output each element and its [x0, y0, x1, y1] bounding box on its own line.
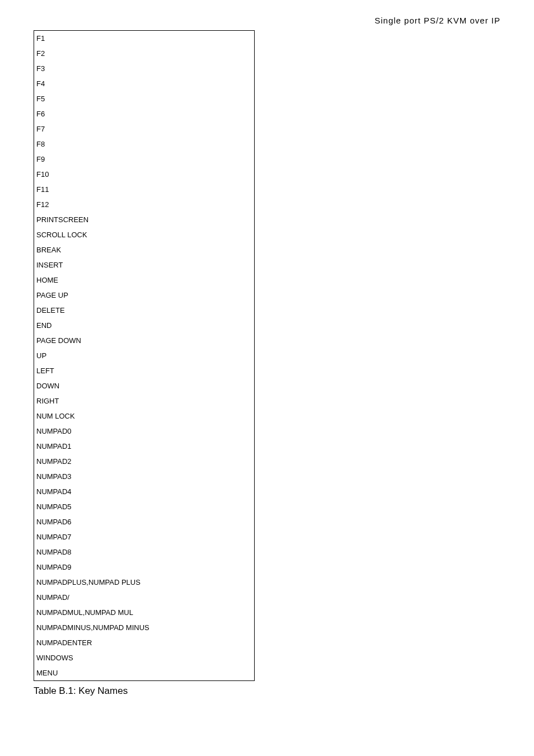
key-cell: NUM LOCK [34, 408, 255, 424]
key-cell: DOWN [34, 378, 255, 393]
key-cell: F2 [34, 46, 255, 61]
key-cell: SCROLL LOCK [34, 227, 255, 242]
table-row: NUM LOCK [34, 408, 255, 424]
content-area: F1 F2 F3 F4 F5 F6 F7 F8 F9 F10 F11 F12 P… [34, 30, 500, 697]
table-row: MENU [34, 665, 255, 681]
table-row: UP [34, 348, 255, 363]
page-header: Single port PS/2 KVM over IP [374, 16, 500, 25]
key-names-table: F1 F2 F3 F4 F5 F6 F7 F8 F9 F10 F11 F12 P… [34, 30, 255, 681]
table-row: PAGE UP [34, 288, 255, 303]
key-cell: NUMPADENTER [34, 635, 255, 650]
table-row: F11 [34, 182, 255, 197]
table-row: INSERT [34, 257, 255, 273]
key-cell: NUMPAD8 [34, 544, 255, 560]
table-row: F4 [34, 76, 255, 91]
table-row: NUMPADMUL,NUMPAD MUL [34, 605, 255, 620]
key-cell: F1 [34, 31, 255, 46]
table-row: NUMPAD1 [34, 439, 255, 454]
table-row: BREAK [34, 242, 255, 257]
table-row: F9 [34, 152, 255, 167]
table-row: NUMPAD/ [34, 590, 255, 605]
key-cell: F9 [34, 152, 255, 167]
key-cell: BREAK [34, 242, 255, 257]
key-cell: NUMPADMINUS,NUMPAD MINUS [34, 620, 255, 635]
table-row: LEFT [34, 363, 255, 378]
key-cell: NUMPAD1 [34, 439, 255, 454]
key-cell: NUMPAD4 [34, 484, 255, 499]
table-row: NUMPAD5 [34, 499, 255, 514]
key-cell: RIGHT [34, 393, 255, 408]
key-cell: NUMPAD9 [34, 560, 255, 575]
table-row: NUMPAD9 [34, 560, 255, 575]
key-cell: NUMPAD/ [34, 590, 255, 605]
key-cell: NUMPAD5 [34, 499, 255, 514]
table-row: F3 [34, 61, 255, 76]
table-row: NUMPAD8 [34, 544, 255, 560]
key-cell: INSERT [34, 257, 255, 273]
table-row: WINDOWS [34, 650, 255, 665]
key-cell: PRINTSCREEN [34, 212, 255, 227]
table-row: F10 [34, 167, 255, 182]
key-cell: F6 [34, 106, 255, 121]
table-row: NUMPADMINUS,NUMPAD MINUS [34, 620, 255, 635]
table-row: SCROLL LOCK [34, 227, 255, 242]
key-cell: NUMPAD2 [34, 454, 255, 469]
table-row: END [34, 318, 255, 333]
key-cell: PAGE UP [34, 288, 255, 303]
table-row: F7 [34, 121, 255, 137]
key-cell: WINDOWS [34, 650, 255, 665]
table-row: DOWN [34, 378, 255, 393]
table-row: NUMPAD3 [34, 469, 255, 484]
table-row: NUMPAD6 [34, 514, 255, 529]
key-cell: HOME [34, 273, 255, 288]
key-cell: DELETE [34, 303, 255, 318]
table-row: NUMPAD7 [34, 529, 255, 544]
key-cell: F3 [34, 61, 255, 76]
key-cell: LEFT [34, 363, 255, 378]
key-cell: F4 [34, 76, 255, 91]
key-cell: F8 [34, 137, 255, 152]
table-row: HOME [34, 273, 255, 288]
table-row: NUMPAD4 [34, 484, 255, 499]
key-cell: NUMPAD6 [34, 514, 255, 529]
table-row: F5 [34, 91, 255, 106]
table-row: PRINTSCREEN [34, 212, 255, 227]
key-cell: F5 [34, 91, 255, 106]
key-cell: PAGE DOWN [34, 333, 255, 348]
table-row: F6 [34, 106, 255, 121]
key-cell: NUMPAD7 [34, 529, 255, 544]
key-cell: NUMPAD0 [34, 424, 255, 439]
table-row: DELETE [34, 303, 255, 318]
table-caption: Table B.1: Key Names [34, 685, 500, 697]
key-cell: F7 [34, 121, 255, 137]
table-row: F1 [34, 31, 255, 46]
key-cell: F10 [34, 167, 255, 182]
key-cell: MENU [34, 665, 255, 681]
table-row: F12 [34, 197, 255, 212]
key-cell: UP [34, 348, 255, 363]
table-row: NUMPADPLUS,NUMPAD PLUS [34, 575, 255, 590]
key-cell: F11 [34, 182, 255, 197]
key-cell: NUMPAD3 [34, 469, 255, 484]
key-cell: NUMPADMUL,NUMPAD MUL [34, 605, 255, 620]
table-row: NUMPAD2 [34, 454, 255, 469]
table-row: RIGHT [34, 393, 255, 408]
table-row: NUMPADENTER [34, 635, 255, 650]
table-row: NUMPAD0 [34, 424, 255, 439]
table-row: PAGE DOWN [34, 333, 255, 348]
table-row: F8 [34, 137, 255, 152]
key-cell: END [34, 318, 255, 333]
key-cell: F12 [34, 197, 255, 212]
key-cell: NUMPADPLUS,NUMPAD PLUS [34, 575, 255, 590]
table-row: F2 [34, 46, 255, 61]
key-names-tbody: F1 F2 F3 F4 F5 F6 F7 F8 F9 F10 F11 F12 P… [34, 31, 255, 681]
